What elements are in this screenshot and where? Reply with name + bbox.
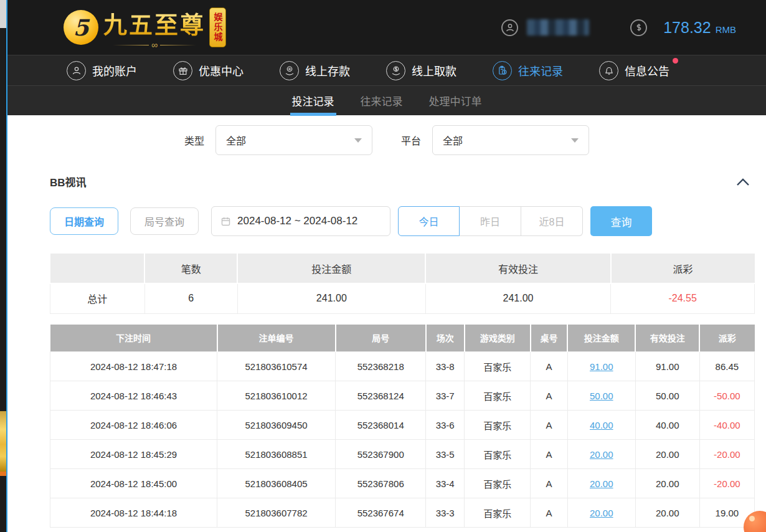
calendar-icon [220,216,231,227]
summary-table: 笔数 投注金额 有效投注 派彩 总计 6 241.00 241.00 -24.5… [50,254,755,314]
type-select-value: 全部 [226,133,246,148]
collapse-section-button[interactable] [736,178,750,186]
balance-coin-icon [630,19,647,36]
page: 5 九五至尊 ∞ 娱乐城 [0,0,766,532]
logo-name: 九五至尊 [103,6,206,40]
filter-type: 类型 全部 [184,125,372,155]
summary-header-valid: 有效投注 [425,254,610,283]
summary-valid-bet: 241.00 [425,283,610,313]
date-range-input[interactable]: 2024-08-12 ~ 2024-08-12 [211,206,390,236]
summary-header-empty [50,254,145,283]
table-row: 2024-08-12 18:46:43 521803610012 5523681… [50,381,755,411]
nav-item-deposit[interactable]: 线上存款 [280,61,350,80]
nav-item-label: 线上取款 [412,62,456,78]
user-icon [67,61,86,80]
date-query-mode-button[interactable]: 日期查询 [50,207,118,235]
summary-bet-amount: 241.00 [237,283,425,313]
table-header-row: 下注时间 注单编号 局号 场次 游戏类别 桌号 投注金额 有效投注 派彩 [50,325,755,352]
balance: 178.32 RMB [663,19,736,37]
nav-item-label: 我的账户 [92,62,137,78]
nav-item-label: 往来记录 [518,62,563,78]
nav-item-my-account[interactable]: 我的账户 [67,61,137,80]
tab-transaction-records[interactable]: 往来记录 [359,86,404,116]
search-button[interactable]: 查询 [590,206,652,236]
nav-item-transactions[interactable]: 往来记录 [493,61,563,80]
col-round-no: 局号 [336,325,426,352]
main-window: 5 九五至尊 ∞ 娱乐城 [7,0,766,532]
summary-payout: -24.55 [611,283,755,313]
chevron-down-icon [354,138,362,143]
tab-processing-orders[interactable]: 处理中订单 [428,86,483,116]
background-window-sliver [0,0,6,532]
deposit-icon [280,61,299,80]
withdraw-icon [386,61,405,80]
bet-amount-link[interactable]: 20.00 [590,449,613,460]
query-row: 日期查询 局号查询 2024-08-12 ~ 2024-08-12 今日 昨日 … [50,206,755,236]
transactions-icon [493,61,512,80]
table-row: 2024-08-12 18:44:18 521803607782 5523676… [50,498,755,528]
background-gold-fragment [0,411,6,472]
notification-dot [673,58,678,64]
bet-amount-link[interactable]: 20.00 [590,478,613,489]
bet-amount-link[interactable]: 40.00 [590,420,613,430]
col-session: 场次 [426,325,465,352]
quick-yesterday-button[interactable]: 昨日 [460,206,521,236]
window-edge-line [6,0,7,532]
logo-flourish-ornament: ∞ [113,40,196,49]
round-query-mode-button[interactable]: 局号查询 [130,207,199,235]
bet-amount-link[interactable]: 50.00 [590,391,613,401]
nav-item-announcements[interactable]: 信息公告 [599,61,669,80]
summary-total-label: 总计 [50,283,145,313]
main-nav: 我的账户 优惠中心 线 [7,55,766,85]
quick-today-button[interactable]: 今日 [398,206,460,236]
bell-icon [599,61,618,80]
filter-type-label: 类型 [184,133,204,148]
summary-header-payout: 派彩 [611,254,755,283]
quick-range-group: 今日 昨日 近8日 [398,206,583,236]
nav-item-label: 线上存款 [305,62,350,78]
platform-select[interactable]: 全部 [432,125,589,155]
logo-badge: 娱乐城 [209,7,226,47]
nav-item-label: 优惠中心 [199,62,244,78]
bet-amount-link[interactable]: 20.00 [590,508,613,518]
table-row: 2024-08-12 18:46:06 521803609450 5523680… [50,411,755,440]
background-orange-fragment [0,472,6,476]
platform-select-value: 全部 [443,133,463,148]
table-row: 2024-08-12 18:47:18 521803610574 5523682… [50,352,755,381]
col-payout: 派彩 [699,325,754,352]
user-area: 178.32 RMB [501,19,736,37]
site-logo[interactable]: 5 九五至尊 ∞ 娱乐城 [64,6,226,49]
tab-bet-records[interactable]: 投注记录 [291,86,336,116]
logo-text-wrap: 九五至尊 ∞ [103,6,206,49]
summary-count: 6 [144,283,237,313]
chevron-up-icon [736,178,750,186]
logo-circle-icon: 5 [64,10,98,45]
nav-item-label: 信息公告 [625,62,669,78]
col-valid-bet: 有效投注 [635,325,699,352]
user-avatar-icon [501,19,518,36]
col-game-type: 游戏类别 [465,325,531,352]
balance-currency: RMB [716,24,736,35]
summary-header-count: 笔数 [144,254,237,283]
table-row: 2024-08-12 18:45:29 521803608851 5523679… [50,440,755,469]
table-row: 2024-08-12 18:45:00 521803608405 5523678… [50,469,755,498]
filter-platform: 平台 全部 [401,125,589,155]
summary-header-bet: 投注金额 [237,254,425,283]
section-title: BB视讯 [50,174,87,189]
filter-row: 类型 全部 平台 全部 [7,125,766,155]
top-header: 5 九五至尊 ∞ 娱乐城 [7,0,766,55]
chevron-down-icon [571,138,579,143]
bet-amount-link[interactable]: 91.00 [590,361,613,372]
gift-icon [173,61,192,80]
col-order-no: 注单编号 [217,325,336,352]
username-blurred [527,19,589,36]
type-select[interactable]: 全部 [215,125,372,155]
col-bet-amount: 投注金额 [567,325,635,352]
nav-item-promotions[interactable]: 优惠中心 [173,61,244,80]
background-window-top [0,0,6,28]
section-head: BB视讯 [50,174,755,189]
quick-8days-button[interactable]: 近8日 [521,206,583,236]
nav-item-withdraw[interactable]: 线上取款 [386,61,456,80]
summary-total-row: 总计 6 241.00 241.00 -24.55 [50,283,755,313]
col-table-no: 桌号 [531,325,567,352]
